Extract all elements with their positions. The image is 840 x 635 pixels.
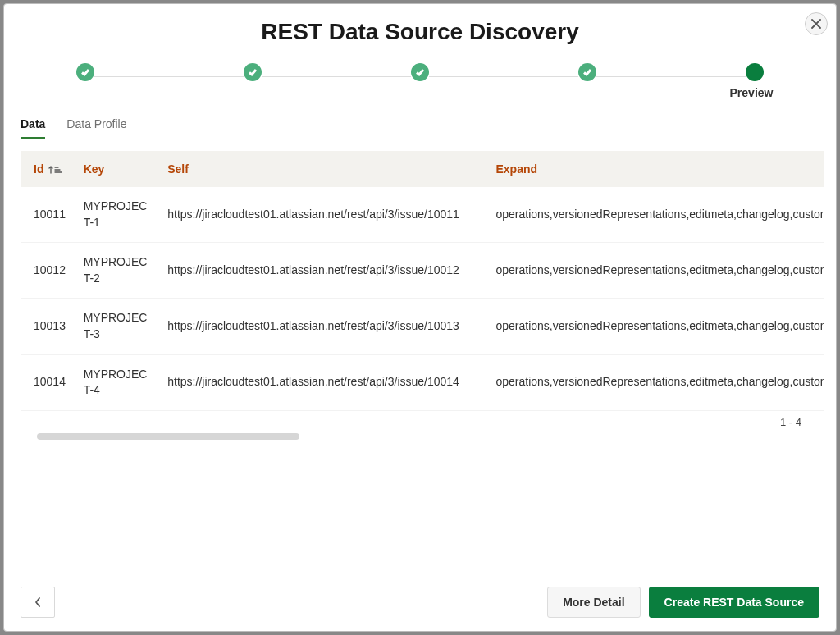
scrollbar-thumb[interactable] — [37, 433, 299, 440]
cell-self: https://jiracloudtest01.atlassian.net/re… — [159, 243, 487, 299]
cell-id: 10011 — [21, 187, 75, 243]
data-table-container: Id Key Self Expand — [4, 139, 836, 441]
horizontal-scrollbar[interactable] — [37, 433, 803, 441]
close-icon — [811, 19, 821, 29]
column-header-id[interactable]: Id — [21, 151, 75, 187]
tab-data-profile[interactable]: Data Profile — [66, 114, 126, 139]
table-row[interactable]: 10011 MYPROJECT-1 https://jiracloudtest0… — [21, 187, 824, 243]
column-header-label: Self — [167, 162, 189, 176]
step-line — [94, 76, 244, 77]
column-header-key[interactable]: Key — [75, 151, 160, 187]
cell-id: 10014 — [21, 354, 75, 410]
table-row[interactable]: 10014 MYPROJECT-4 https://jiracloudtest0… — [21, 354, 824, 410]
back-button[interactable] — [21, 587, 55, 618]
step-line — [596, 76, 746, 77]
cell-self: https://jiracloudtest01.atlassian.net/re… — [159, 354, 487, 410]
cell-expand: operations,versionedRepresentations,edit… — [487, 187, 824, 243]
wizard-step-3 — [411, 63, 429, 81]
cell-key: MYPROJECT-4 — [75, 354, 160, 410]
current-step-label: Preview — [727, 86, 776, 99]
row-range-label: 1 - 4 — [21, 411, 819, 428]
tab-data[interactable]: Data — [21, 114, 45, 139]
create-rest-data-source-button[interactable]: Create REST Data Source — [649, 587, 819, 618]
close-button[interactable] — [805, 12, 828, 35]
data-table: Id Key Self Expand — [21, 151, 824, 411]
column-header-label: Key — [84, 162, 105, 176]
check-icon — [415, 67, 425, 77]
cell-self: https://jiracloudtest01.atlassian.net/re… — [159, 299, 487, 354]
cell-key: MYPROJECT-2 — [75, 243, 160, 299]
wizard-step-2 — [244, 63, 262, 81]
dialog-title: REST Data Source Discovery — [21, 19, 819, 45]
dialog-header: REST Data Source Discovery — [4, 4, 836, 50]
sort-asc-icon — [48, 165, 63, 175]
wizard-stepper — [4, 53, 836, 81]
table-header-row: Id Key Self Expand — [21, 151, 824, 187]
table-row[interactable]: 10013 MYPROJECT-3 https://jiracloudtest0… — [21, 299, 824, 354]
dialog: REST Data Source Discovery Preview Data … — [3, 3, 837, 632]
dialog-footer: More Detail Create REST Data Source — [4, 577, 836, 631]
check-icon — [582, 67, 592, 77]
step-line — [262, 76, 411, 77]
wizard-step-1 — [76, 63, 94, 81]
cell-self: https://jiracloudtest01.atlassian.net/re… — [159, 187, 487, 243]
column-header-label: Id — [34, 162, 43, 176]
check-icon — [80, 67, 90, 77]
cell-key: MYPROJECT-3 — [75, 299, 160, 354]
cell-expand: operations,versionedRepresentations,edit… — [487, 243, 824, 299]
cell-id: 10013 — [21, 299, 75, 354]
cell-key: MYPROJECT-1 — [75, 187, 160, 243]
wizard-step-4 — [578, 63, 596, 81]
wizard-step-5 — [746, 63, 764, 81]
cell-expand: operations,versionedRepresentations,edit… — [487, 354, 824, 410]
chevron-left-icon — [34, 596, 42, 608]
table-row[interactable]: 10012 MYPROJECT-2 https://jiracloudtest0… — [21, 243, 824, 299]
column-header-self[interactable]: Self — [159, 151, 487, 187]
wizard-step-labels: Preview — [4, 81, 836, 114]
tab-bar: Data Data Profile — [4, 114, 836, 139]
cell-id: 10012 — [21, 243, 75, 299]
more-detail-button[interactable]: More Detail — [547, 587, 640, 618]
cell-expand: operations,versionedRepresentations,edit… — [487, 299, 824, 354]
column-header-expand[interactable]: Expand — [487, 151, 824, 187]
check-icon — [248, 67, 258, 77]
column-header-label: Expand — [495, 162, 537, 176]
step-line — [429, 76, 578, 77]
